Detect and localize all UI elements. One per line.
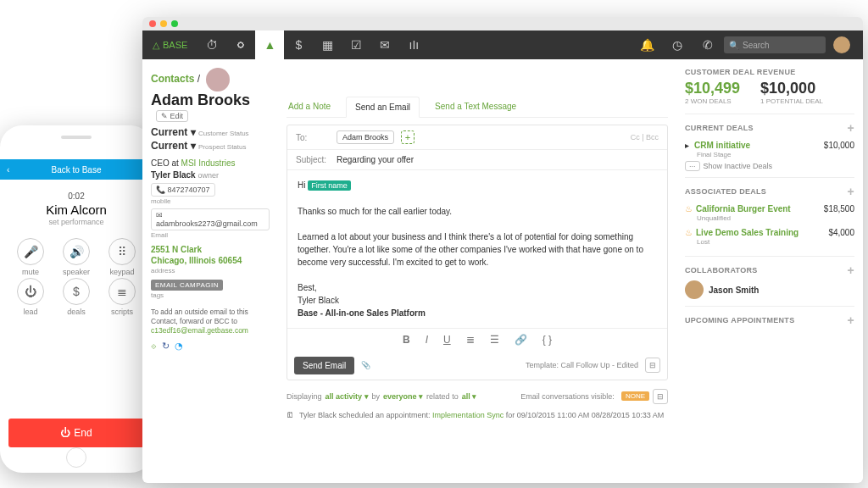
revenue-heading: CUSTOMER DEAL REVENUE	[685, 68, 854, 76]
minimize-icon[interactable]	[160, 20, 167, 27]
edit-button[interactable]: ✎ Edit	[156, 110, 188, 122]
template-label: Template: Call Follow Up - Edited	[526, 361, 638, 369]
number-list-button[interactable]: ☰	[490, 334, 499, 346]
subject-input[interactable]: Regarding your offer	[337, 155, 414, 164]
clock-icon[interactable]: ◷	[663, 30, 692, 59]
deals-nav-icon[interactable]: $	[284, 30, 313, 59]
main-panel: Add a Note Send an Email Send a Text Mes…	[278, 59, 676, 483]
bullet-list-button[interactable]: ≣	[466, 334, 475, 346]
link-button[interactable]: 🔗	[515, 334, 527, 346]
tasks-icon[interactable]: ☑	[342, 30, 370, 59]
add-appointment[interactable]: +	[848, 313, 854, 327]
collaborator-avatar	[685, 280, 704, 299]
email-body[interactable]: Hi First name Thanks so much for the cal…	[287, 170, 667, 328]
add-recipient-button[interactable]: +	[401, 130, 415, 144]
potential-revenue: $10,000	[760, 80, 823, 97]
search-icon: 🔍	[729, 41, 739, 50]
collaborator-name[interactable]: Jason Smith	[709, 286, 759, 295]
add-assoc-deal[interactable]: +	[848, 185, 854, 198]
forward-email-link[interactable]: c13edf16@email.getbase.com	[151, 326, 248, 335]
dashboard-icon[interactable]: ⏱	[198, 30, 226, 59]
notifications-icon[interactable]: 🔔	[632, 30, 661, 59]
filter-who[interactable]: everyone ▾	[383, 392, 423, 401]
deals-icon: $	[63, 278, 90, 305]
tab-note[interactable]: Add a Note	[287, 97, 332, 117]
home-button[interactable]	[66, 447, 86, 468]
refresh-icon[interactable]: ↻	[162, 341, 170, 352]
end-call-button[interactable]: ⏻ End	[8, 419, 144, 447]
calendar-feed-icon: 🗓	[287, 411, 294, 419]
leads-icon[interactable]: ⭘	[226, 30, 255, 59]
tag-badge[interactable]: EMAIL CAMPAGIN	[151, 280, 223, 291]
add-collaborator[interactable]: +	[848, 263, 854, 277]
won-revenue: $10,499	[685, 80, 740, 97]
calendar-icon[interactable]: ▦	[313, 30, 342, 59]
mute-button[interactable]: 🎤mute	[8, 238, 53, 276]
appointment-link[interactable]: Implementation Sync	[432, 411, 504, 419]
email-badge[interactable]: ✉ adambrooks2273@gmail.com	[151, 208, 270, 230]
flame-icon: ♨	[685, 204, 693, 214]
to-label: To:	[296, 133, 330, 142]
deals-button[interactable]: $deals	[54, 278, 98, 316]
add-current-deal[interactable]: +	[848, 121, 854, 135]
lead-button[interactable]: ⏻lead	[8, 278, 53, 316]
sync-icon[interactable]: ⟐	[151, 341, 157, 352]
flame-icon: ♨	[685, 228, 693, 237]
company-link[interactable]: MSI Industries	[181, 158, 236, 168]
reports-icon[interactable]: ıIı	[399, 30, 428, 59]
maximize-icon[interactable]	[171, 20, 178, 27]
phone-badge[interactable]: 📞 8472740707	[151, 183, 215, 197]
contacts-icon[interactable]: ▲	[255, 30, 284, 59]
share-icon[interactable]: ◔	[175, 341, 183, 352]
call-sub: set performance	[0, 218, 153, 226]
keypad-button[interactable]: ⠿keypad	[100, 238, 144, 276]
bold-button[interactable]: B	[403, 334, 410, 346]
call-name: Kim Alcorn	[0, 202, 153, 217]
address[interactable]: 2551 N ClarkChicago, Illinois 60654	[151, 244, 270, 266]
comm-icon[interactable]: ✉	[370, 30, 399, 59]
italic-button[interactable]: I	[426, 334, 428, 346]
call-timer: 0:02	[0, 191, 153, 201]
phone-mockup: ‹ Back to Base 0:02 Kim Alcorn set perfo…	[0, 125, 153, 473]
template-menu-button[interactable]: ⊟	[645, 358, 660, 373]
phone-back-bar[interactable]: ‹ Back to Base	[0, 159, 153, 180]
titlebar	[142, 17, 863, 30]
deal-crm[interactable]: CRM initiative	[694, 141, 750, 150]
search-input[interactable]: 🔍Search	[724, 36, 826, 53]
filter-activity[interactable]: all activity ▾	[326, 392, 369, 401]
cc-bcc-toggle[interactable]: Cc | Bcc	[631, 133, 659, 141]
close-icon[interactable]	[149, 20, 156, 27]
merge-button[interactable]: { }	[542, 334, 552, 346]
merge-field[interactable]: First name	[308, 180, 351, 191]
tab-text[interactable]: Send a Text Message	[433, 97, 518, 117]
email-composer: To: Adam Brooks + Cc | Bcc Subject: Rega…	[287, 125, 668, 380]
contact-avatar	[206, 68, 230, 92]
scripts-icon: ≣	[108, 278, 136, 305]
deal-burger[interactable]: California Burger Event	[696, 204, 791, 214]
customer-status[interactable]: Current ▾	[151, 126, 196, 138]
send-email-button[interactable]: Send Email	[294, 357, 354, 374]
owner-name: Tyler Black	[151, 170, 196, 180]
visibility-menu[interactable]: ⊟	[653, 389, 668, 404]
filter-related[interactable]: all ▾	[462, 392, 477, 401]
brand-logo[interactable]: △ BASE	[142, 40, 198, 51]
attach-button[interactable]: 📎	[361, 361, 370, 369]
deal-demo[interactable]: Live Demo Sales Training	[696, 228, 798, 237]
speaker-button[interactable]: 🔊speaker	[54, 238, 98, 276]
scripts-button[interactable]: ≣scripts	[100, 278, 144, 316]
recipient-chip[interactable]: Adam Brooks	[337, 130, 394, 144]
prospect-status[interactable]: Current ▾	[151, 140, 196, 152]
activity-filter: Displaying all activity ▾ by everyone ▾ …	[287, 389, 668, 404]
contacts-link[interactable]: Contacts	[151, 73, 194, 85]
keypad-icon: ⠿	[108, 238, 136, 265]
visibility-badge[interactable]: NONE	[621, 391, 649, 401]
underline-button[interactable]: U	[443, 334, 451, 346]
compose-tabs: Add a Note Send an Email Send a Text Mes…	[287, 97, 668, 118]
user-menu[interactable]	[827, 30, 856, 59]
inactive-toggle[interactable]: ···	[685, 161, 700, 171]
subject-label: Subject:	[296, 155, 330, 164]
top-nav: △ BASE ⏱ ⭘ ▲ $ ▦ ☑ ✉ ıIı 🔔 ◷ ✆ 🔍Search	[142, 30, 863, 59]
mute-icon: 🎤	[17, 238, 44, 265]
phone-icon[interactable]: ✆	[693, 30, 722, 59]
tab-email[interactable]: Send an Email	[346, 97, 420, 118]
